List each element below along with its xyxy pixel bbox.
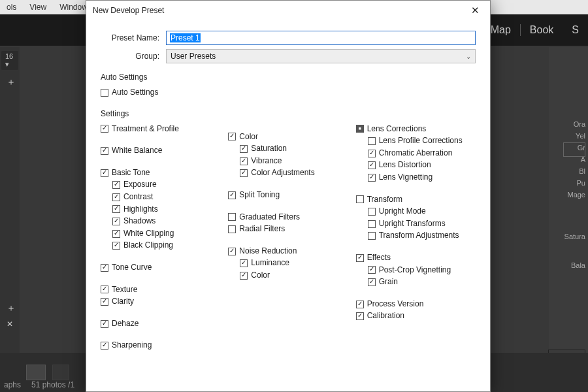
- label: Lens Vignetting: [379, 172, 433, 183]
- label: Noise Reduction: [239, 246, 297, 257]
- close-button[interactable]: ✕: [467, 5, 483, 16]
- label-magenta: Mage: [551, 191, 585, 199]
- left-panel: 16 ▾ ＋ ＋ ✕: [0, 47, 20, 392]
- preset-name-input[interactable]: Preset 1: [166, 31, 476, 45]
- checkbox-saturation[interactable]: Saturation: [240, 144, 348, 154]
- checkbox-radial-filters[interactable]: Radial Filters: [228, 224, 348, 235]
- checkbox-white-balance[interactable]: White Balance: [101, 146, 220, 156]
- checkbox-transform-adj[interactable]: Transform Adjustments: [368, 231, 476, 241]
- label: White Balance: [112, 146, 162, 156]
- label: Exposure: [123, 180, 157, 190]
- label-purple: Pu: [551, 179, 585, 187]
- checkbox-contrast[interactable]: Contrast: [112, 192, 220, 203]
- checkbox-vibrance[interactable]: Vibrance: [240, 156, 348, 167]
- label: Clarity: [112, 297, 134, 307]
- crop-overlay-icon[interactable]: [563, 142, 585, 157]
- checkbox-basic-tone[interactable]: Basic Tone: [101, 168, 220, 178]
- label: Upright Transforms: [379, 219, 446, 229]
- checkbox-noise-reduction[interactable]: Noise Reduction: [228, 246, 348, 257]
- checkbox-process-version[interactable]: Process Version: [356, 299, 476, 310]
- label: Lens Profile Corrections: [379, 136, 463, 146]
- checkbox-luminance[interactable]: Luminance: [240, 258, 348, 269]
- label: Lens Distortion: [379, 160, 431, 171]
- chevron-down-icon: ⌄: [466, 53, 471, 60]
- checkbox-clarity[interactable]: Clarity: [101, 297, 220, 307]
- checkbox-distortion[interactable]: Lens Distortion: [368, 160, 476, 171]
- label: Graduated Filters: [239, 212, 300, 223]
- auto-settings-label: Auto Settings: [112, 88, 158, 98]
- label: Saturation: [251, 144, 287, 154]
- checkbox-grain[interactable]: Grain: [368, 277, 476, 287]
- label: Texture: [112, 285, 137, 295]
- module-book[interactable]: Book: [520, 24, 553, 36]
- settings-col-3: Lens Corrections Lens Profile Correction…: [356, 122, 476, 353]
- checkbox-dehaze[interactable]: Dehaze: [101, 319, 220, 329]
- right-panel: Ora Yel Gr A Bl Pu Mage Satura Bala: [549, 47, 588, 392]
- checkbox-lens-corrections[interactable]: Lens Corrections: [356, 124, 476, 135]
- menu-view[interactable]: View: [23, 3, 53, 12]
- label: Transform: [367, 195, 402, 205]
- close-icon[interactable]: ✕: [4, 317, 20, 331]
- checkbox-chromatic[interactable]: Chromatic Aberration: [368, 148, 476, 159]
- label: Post-Crop Vignetting: [379, 265, 451, 276]
- checkbox-sharpening[interactable]: Sharpening: [101, 340, 220, 351]
- checkbox-upright-trans[interactable]: Upright Transforms: [368, 219, 476, 229]
- checkbox-tone-curve[interactable]: Tone Curve: [101, 263, 220, 273]
- add-icon-2[interactable]: ＋: [4, 300, 20, 317]
- label-yellow: Yel: [551, 132, 585, 140]
- label: Highlights: [123, 204, 158, 215]
- checkbox-highlights[interactable]: Highlights: [112, 204, 220, 215]
- checkbox-noise-color[interactable]: Color: [240, 270, 348, 281]
- add-icon[interactable]: ＋: [4, 74, 20, 91]
- filmstrip-thumb[interactable]: [52, 365, 69, 380]
- label-blue: Bl: [551, 167, 585, 175]
- filmstrip-thumb[interactable]: [26, 365, 46, 380]
- checkbox-color[interactable]: Color: [228, 132, 348, 142]
- group-value: User Presets: [171, 52, 216, 61]
- label: Luminance: [251, 258, 289, 269]
- checkbox-effects[interactable]: Effects: [356, 253, 476, 263]
- preset-name-label: Preset Name:: [101, 33, 166, 42]
- label: Radial Filters: [239, 224, 285, 235]
- label: Grain: [379, 277, 398, 287]
- label: Lens Corrections: [367, 124, 427, 135]
- group-label: Group:: [101, 52, 166, 61]
- label: Sharpening: [112, 340, 152, 351]
- group-select[interactable]: User Presets ⌄: [166, 49, 476, 63]
- checkbox-treatment[interactable]: Treatment & Profile: [101, 124, 220, 135]
- module-s[interactable]: S: [563, 24, 579, 36]
- checkbox-black-clipping[interactable]: Black Clipping: [112, 240, 220, 251]
- checkbox-calibration[interactable]: Calibration: [356, 311, 476, 321]
- label: Treatment & Profile: [112, 124, 179, 135]
- label: Dehaze: [112, 319, 139, 329]
- checkbox-split-toning[interactable]: Split Toning: [228, 190, 348, 201]
- label: Calibration: [367, 311, 404, 321]
- settings-col-2: Color Saturation Vibrance Color Adjustme…: [228, 122, 348, 353]
- checkbox-shadows[interactable]: Shadows: [112, 216, 220, 227]
- label: Shadows: [123, 216, 155, 227]
- checkbox-exposure[interactable]: Exposure: [112, 180, 220, 190]
- label-balance: Bala: [551, 261, 585, 269]
- label: Tone Curve: [112, 263, 152, 273]
- checkbox-white-clipping[interactable]: White Clipping: [112, 229, 220, 239]
- checkbox-color-adjustments[interactable]: Color Adjustments: [240, 168, 348, 178]
- menu-tools[interactable]: ols: [0, 3, 23, 12]
- checkbox-post-crop[interactable]: Post-Crop Vignetting: [368, 265, 476, 276]
- auto-settings-legend: Auto Settings: [101, 73, 147, 82]
- checkbox-graduated-filters[interactable]: Graduated Filters: [228, 212, 348, 223]
- label: White Clipping: [123, 229, 174, 239]
- label: Basic Tone: [112, 168, 150, 178]
- checkbox-lens-profile[interactable]: Lens Profile Corrections: [368, 136, 476, 146]
- checkbox-upright-mode[interactable]: Upright Mode: [368, 206, 476, 217]
- label: Color Adjustments: [251, 168, 314, 178]
- label: Contrast: [123, 192, 153, 203]
- label: Color: [239, 132, 258, 142]
- checkbox-transform[interactable]: Transform: [356, 195, 476, 205]
- label: Split Toning: [239, 190, 280, 201]
- checkbox-auto-settings[interactable]: Auto Settings: [101, 88, 476, 98]
- checkbox-texture[interactable]: Texture: [101, 285, 220, 295]
- filmstrip-count-badge[interactable]: 16 ▾: [1, 51, 18, 70]
- label: Chromatic Aberration: [379, 148, 453, 159]
- dialog-title: New Develop Preset: [93, 6, 164, 15]
- checkbox-vignetting[interactable]: Lens Vignetting: [368, 172, 476, 183]
